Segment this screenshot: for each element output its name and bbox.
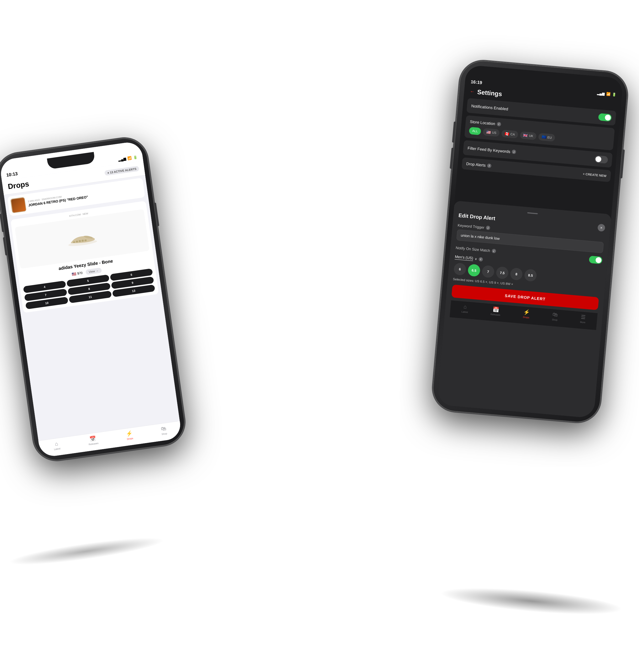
time-right: 16:19 <box>470 79 482 85</box>
nav-shop-label: Shop <box>161 432 167 436</box>
price-value: $70 <box>77 271 83 275</box>
flag-icon: 🇺🇸 <box>72 272 77 277</box>
size-6[interactable]: 6 <box>453 263 467 276</box>
home-icon-right: ⌂ <box>463 303 467 310</box>
power-button-left[interactable] <box>154 203 159 226</box>
us-flag-icon: 🇺🇸 <box>486 130 491 135</box>
ca-label: CA <box>510 132 515 136</box>
us-label: US <box>492 131 496 135</box>
size-6-5[interactable]: 6.5 <box>468 264 481 277</box>
phone-left-shadow <box>7 533 166 570</box>
notify-size-info-icon[interactable]: i <box>492 249 496 253</box>
modal-handle <box>527 212 537 214</box>
size-8-5[interactable]: 8.5 <box>524 269 537 282</box>
nav-releases-label-right: Releases <box>490 313 500 316</box>
nav-shop-right[interactable]: 🛍 Shop <box>552 311 558 321</box>
phone-right-shadow <box>439 583 624 620</box>
ca-flag-icon: 🇨🇦 <box>504 131 509 136</box>
size-7-5[interactable]: 7.5 <box>496 266 509 279</box>
notifications-label: Notifications Enabled <box>471 104 509 111</box>
eu-flag-icon: 🇪🇺 <box>542 135 546 139</box>
product-card[interactable]: KITH.COM · NEW <box>11 201 159 313</box>
drop-alerts-info-icon[interactable]: i <box>487 163 492 168</box>
nav-releases-label: Releases <box>89 442 99 446</box>
keyword-info-icon[interactable]: i <box>486 225 490 230</box>
nav-latest-label-right: Latest <box>461 310 468 313</box>
size-type-info-icon[interactable]: i <box>478 257 483 262</box>
signal-icon-left: ▂▄▆ <box>118 157 126 162</box>
news-thumbnail <box>10 197 27 213</box>
all-label: ALL <box>472 129 478 133</box>
product-price: 🇺🇸 $70 <box>72 271 83 277</box>
more-icon-right: ☰ <box>580 314 586 320</box>
eu-label: EU <box>547 136 552 139</box>
store-location-label: Store Location i <box>470 119 501 126</box>
news-thumb-image <box>11 198 26 212</box>
modal-close-button[interactable]: × <box>597 224 605 232</box>
filter-feed-label: Filter Feed By Keywords <box>467 145 510 154</box>
nav-shop-left[interactable]: 🛍 Shop <box>160 425 167 436</box>
nav-more-right[interactable]: ☰ More <box>580 314 586 324</box>
region-eu[interactable]: 🇪🇺 EU <box>538 133 555 141</box>
store-location-info-icon[interactable]: i <box>497 122 501 126</box>
nav-latest-right[interactable]: ⌂ Latest <box>461 303 469 313</box>
view-button[interactable]: View → <box>85 267 102 275</box>
region-all[interactable]: ALL <box>469 127 482 135</box>
calendar-icon-right: 📅 <box>492 306 499 313</box>
size-7[interactable]: 7 <box>482 265 495 278</box>
filter-feed-info-icon[interactable]: i <box>512 150 516 154</box>
active-alerts-badge: ● 13 ACTIVE ALERTS <box>105 166 139 176</box>
filter-feed-toggle[interactable] <box>594 155 608 163</box>
battery-icon-left: 🔋 <box>133 155 138 159</box>
battery-icon-right: 🔋 <box>612 92 616 97</box>
phone-right-screen: 16:19 ▂▄▆ 📶 🔋 ← Settings Noti <box>437 65 623 418</box>
notifications-toggle[interactable] <box>598 113 612 122</box>
vol-down-button-right[interactable] <box>450 148 454 169</box>
shop-icon-left: 🛍 <box>161 425 167 432</box>
nav-latest-left[interactable]: ⌂ Latest <box>53 440 60 451</box>
nav-latest-label: Latest <box>54 447 61 451</box>
drop-alerts-label: Drop Alerts i <box>466 161 492 168</box>
selected-size-2[interactable]: US 9 × <box>489 280 499 285</box>
screen-right-content: 16:19 ▂▄▆ 📶 🔋 ← Settings Noti <box>437 65 623 418</box>
create-new-button[interactable]: + CREATE NEW <box>583 172 607 178</box>
region-us[interactable]: 🇺🇸 US <box>483 128 500 137</box>
nav-drops-label: Drops <box>127 437 134 440</box>
power-button-right[interactable] <box>620 150 625 178</box>
back-arrow-icon[interactable]: ← <box>470 89 475 94</box>
page-title-left: Drops <box>7 180 30 191</box>
vol-up-button-left[interactable] <box>0 214 4 232</box>
vol-down-button-left[interactable] <box>3 237 7 255</box>
selected-size-3[interactable]: US 8W × <box>500 281 513 286</box>
phone-left-screen: 10:13 ▂▄▆ 📶 🔋 Drops ● 13 ACTIVE ALERTS <box>0 141 182 458</box>
uk-label: UK <box>529 134 533 138</box>
nav-drops-right[interactable]: ⚡ Drops <box>523 309 530 319</box>
calendar-icon-left: 📅 <box>89 435 97 442</box>
dropdown-chevron-icon: ∨ <box>474 257 477 261</box>
selected-size-1[interactable]: US 6.5 × <box>475 279 487 284</box>
nav-releases-right[interactable]: 📅 Releases <box>490 306 501 316</box>
region-uk[interactable]: 🇬🇧 UK <box>520 131 537 140</box>
vol-up-button-right[interactable] <box>452 122 456 142</box>
nav-drops-label-right: Drops <box>523 316 530 319</box>
notify-size-label: Notify On Size Match i <box>455 246 496 253</box>
bottom-nav-left: ⌂ Latest 📅 Releases ⚡ Drops 🛍 Shop <box>38 421 182 458</box>
size-8[interactable]: 8 <box>510 267 523 281</box>
nav-more-label-right: More <box>580 321 586 324</box>
wifi-icon-left: 📶 <box>127 156 132 160</box>
selected-sizes-label: Selected sizes: <box>453 277 474 283</box>
svg-rect-3 <box>79 240 81 242</box>
region-ca[interactable]: 🇨🇦 CA <box>501 130 518 138</box>
drops-icon-left: ⚡ <box>126 430 133 437</box>
nav-drops-left[interactable]: ⚡ Drops <box>126 430 134 440</box>
status-icons-left: ▂▄▆ 📶 🔋 <box>118 155 138 161</box>
svg-rect-4 <box>82 240 84 242</box>
home-icon-left: ⌂ <box>54 440 59 447</box>
uk-flag-icon: 🇬🇧 <box>523 133 528 138</box>
size-type-label: Men's (US) <box>455 254 473 261</box>
svg-rect-2 <box>76 240 78 243</box>
shop-icon-right: 🛍 <box>552 311 558 318</box>
svg-rect-5 <box>84 239 87 241</box>
nav-releases-left[interactable]: 📅 Releases <box>88 435 98 446</box>
notify-size-toggle[interactable] <box>589 256 603 264</box>
